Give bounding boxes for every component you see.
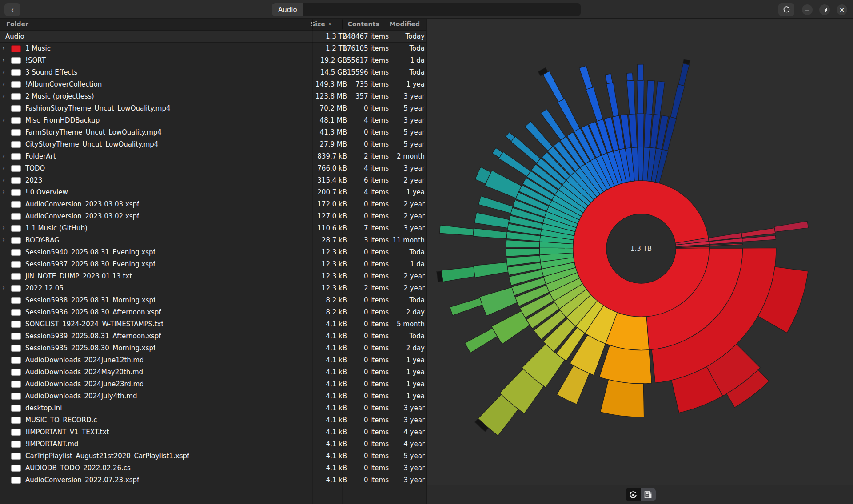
- ring-segment[interactable]: [606, 83, 619, 117]
- table-row[interactable]: Session5935_2025.08.30_Morning.xspf4.1 k…: [0, 342, 426, 354]
- table-row[interactable]: ›2022.12.0512.3 kB2 items2 year: [0, 282, 426, 294]
- table-row[interactable]: AudioDownloads_2024June23rd.md4.1 kB0 it…: [0, 378, 426, 390]
- path-bar[interactable]: Audio: [272, 3, 581, 16]
- table-row[interactable]: MUSIC_TO_RECORD.c4.1 kB0 items3 year: [0, 414, 426, 426]
- ring-segment[interactable]: [646, 80, 655, 114]
- table-row[interactable]: Session5939_2025.08.31_Afternoon.xspf4.1…: [0, 330, 426, 342]
- ring-segment[interactable]: [506, 249, 540, 257]
- table-row[interactable]: JIN_NOTE_DUMP_2023.01.13.txt12.3 kB0 ite…: [0, 270, 426, 282]
- table-row[interactable]: Session5938_2025.08.31_Morning.xspf8.2 k…: [0, 294, 426, 306]
- ring-segment[interactable]: [627, 80, 635, 114]
- table-row[interactable]: ›1.1 Music (GitHub)110.6 kB7 items3 year: [0, 222, 426, 234]
- expander-icon[interactable]: ›: [2, 67, 9, 76]
- ring-segment[interactable]: [478, 196, 513, 214]
- ring-segment[interactable]: [511, 136, 540, 163]
- table-row[interactable]: !IMPORTANT_V1_TEXT.txt4.1 kB0 items4 yea…: [0, 426, 426, 438]
- table-row[interactable]: Session5937_2025.08.30_Evening.xspf12.3 …: [0, 258, 426, 270]
- table-row[interactable]: AudioDownloads_2024June12th.md4.1 kB0 it…: [0, 354, 426, 366]
- ring-segment[interactable]: [774, 221, 809, 232]
- ring-segment[interactable]: [605, 74, 613, 84]
- column-header-size[interactable]: Size∧: [258, 20, 331, 28]
- column-header-folder[interactable]: Folder: [6, 20, 28, 28]
- table-row[interactable]: CityStoryTheme_Uncut_LowQuality.mp427.9 …: [0, 139, 426, 151]
- ring-segment[interactable]: [637, 64, 643, 80]
- expander-icon[interactable]: ›: [2, 175, 9, 184]
- table-row[interactable]: Session5940_2025.08.31_Evening.xspf12.3 …: [0, 246, 426, 258]
- expander-icon[interactable]: ›: [2, 223, 9, 232]
- ring-segment[interactable]: [586, 87, 603, 121]
- ring-segment[interactable]: [480, 287, 518, 316]
- ring-segment[interactable]: [600, 380, 644, 417]
- breadcrumb-segment-audio[interactable]: Audio: [272, 3, 303, 16]
- close-button[interactable]: ×: [837, 4, 847, 15]
- table-row[interactable]: CarTripPlaylist_August21st2020_CarPlayli…: [0, 450, 426, 462]
- table-row[interactable]: ›FolderArt839.7 kB2 items2 month: [0, 151, 426, 163]
- ring-segment[interactable]: [579, 66, 593, 89]
- ring-segment[interactable]: [678, 63, 690, 86]
- ring-segment[interactable]: [654, 81, 665, 115]
- table-row[interactable]: ›Misc_FromHDDBackup48.1 MB4 items3 year: [0, 115, 426, 127]
- table-row[interactable]: ›!SORT19.2 GB55617 items1 da: [0, 55, 426, 67]
- expander-icon[interactable]: ›: [2, 163, 9, 172]
- ring-segment[interactable]: [670, 84, 685, 119]
- ring-segment[interactable]: [439, 225, 474, 236]
- table-row[interactable]: ›! 0 Overview200.7 kB4 items1 yea: [0, 187, 426, 198]
- table-row[interactable]: ›2023315.4 kB6 items2 year: [0, 175, 426, 187]
- table-row[interactable]: ›!AlbumCoverCollection149.3 MB735 items1…: [0, 79, 426, 91]
- table-row[interactable]: FashionStoryTheme_Uncut_LowQuality.mp470…: [0, 103, 426, 115]
- ring-segment[interactable]: [437, 271, 443, 282]
- table-row[interactable]: AudioDownloads_2024July4th.md4.1 kB0 ite…: [0, 390, 426, 402]
- expander-icon[interactable]: ›: [2, 115, 9, 124]
- expander-icon[interactable]: ›: [2, 151, 9, 160]
- rings-chart[interactable]: 1.3 TB: [427, 19, 853, 485]
- ring-segment[interactable]: [599, 345, 652, 384]
- ring-segment[interactable]: [557, 365, 589, 404]
- table-row[interactable]: AudioConversion_2022.07.23.xspf4.1 kB0 i…: [0, 474, 426, 486]
- minimize-button[interactable]: −: [802, 4, 813, 15]
- ring-segment[interactable]: [465, 328, 497, 353]
- table-row[interactable]: !IMPORTANT.md4.1 kB0 items4 year: [0, 438, 426, 450]
- ring-segment[interactable]: [627, 73, 633, 81]
- table-row[interactable]: ›TODO766.0 kB4 items3 year: [0, 163, 426, 175]
- back-button[interactable]: ‹: [4, 3, 20, 16]
- column-header-contents[interactable]: Contents: [343, 20, 384, 28]
- table-row[interactable]: AudioDownloads_2024May20th.md4.1 kB0 ite…: [0, 366, 426, 378]
- ring-segment[interactable]: [473, 228, 507, 239]
- expander-icon[interactable]: ›: [2, 283, 9, 292]
- treemap-chart-button[interactable]: [641, 488, 656, 501]
- ring-segment[interactable]: [450, 298, 482, 315]
- table-row[interactable]: ›BODY-BAG28.7 kB3 items11 month: [0, 234, 426, 246]
- expander-icon[interactable]: ›: [2, 235, 9, 244]
- ring-segment[interactable]: [492, 311, 530, 344]
- ring-segment[interactable]: [474, 213, 509, 228]
- root-row-audio[interactable]: Audio 1.3 TB 248467 items Today: [0, 31, 426, 43]
- reload-button[interactable]: [778, 3, 794, 16]
- table-row[interactable]: SONGLIST_1924-2024_W-TIMESTAMPS.txt4.1 k…: [0, 318, 426, 330]
- maximize-button[interactable]: [819, 4, 830, 15]
- expander-icon[interactable]: ›: [2, 56, 9, 64]
- table-row[interactable]: AUDIODB_TODO_2022.02.26.cs4.1 kB0 items3…: [0, 462, 426, 474]
- ring-segment[interactable]: [637, 114, 644, 147]
- table-row[interactable]: ›2 Music (projectless)123.8 MB357 items3…: [0, 91, 426, 103]
- column-header-modified[interactable]: Modified: [385, 20, 425, 28]
- table-row[interactable]: ›3 Sound Effects14.5 GB15596 itemsToda: [0, 67, 426, 79]
- ring-segment[interactable]: [525, 121, 553, 151]
- ring-segment[interactable]: [558, 99, 580, 131]
- ring-segment[interactable]: [442, 267, 475, 282]
- table-row[interactable]: AudioConversion_2023.03.02.xspf127.0 kB0…: [0, 210, 426, 222]
- expander-icon[interactable]: ›: [2, 187, 9, 196]
- table-row[interactable]: desktop.ini4.1 kB0 items3 year: [0, 402, 426, 414]
- expander-icon[interactable]: ›: [2, 44, 9, 52]
- ring-segment[interactable]: [474, 262, 508, 278]
- ring-segment[interactable]: [541, 109, 566, 140]
- ring-segment[interactable]: [637, 80, 644, 114]
- table-row[interactable]: Session5936_2025.08.30_Afternoon.xspf8.2…: [0, 306, 426, 318]
- expander-icon[interactable]: ›: [2, 91, 9, 100]
- expander-icon[interactable]: ›: [2, 79, 9, 88]
- table-row[interactable]: FarmStoryTheme_Uncut_LowQuality.mp441.3 …: [0, 127, 426, 139]
- ring-segment[interactable]: [485, 171, 522, 198]
- rings-chart-button[interactable]: [626, 488, 641, 501]
- ring-segment[interactable]: [543, 71, 564, 102]
- table-row[interactable]: ›1 Music1.2 TB176105 itemsToda: [0, 43, 426, 55]
- ring-segment[interactable]: [499, 152, 531, 176]
